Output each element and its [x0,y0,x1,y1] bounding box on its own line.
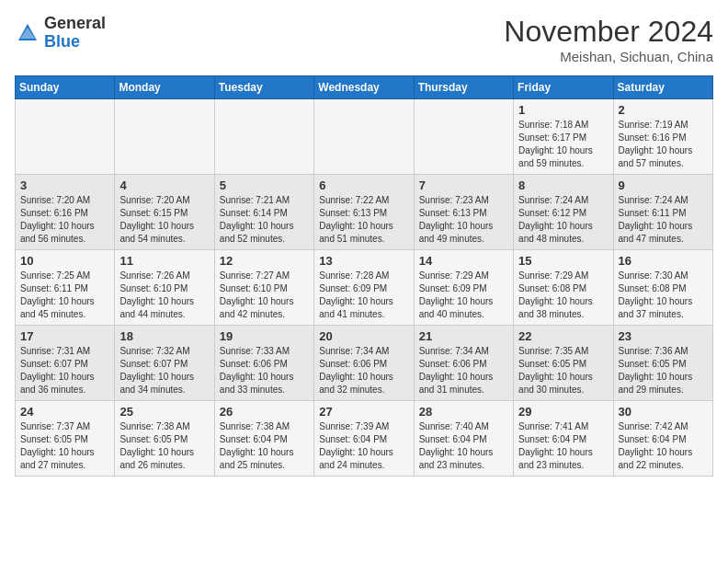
cell-week5-day4: 28Sunrise: 7:40 AM Sunset: 6:04 PM Dayli… [414,401,513,477]
cell-week4-day2: 19Sunrise: 7:33 AM Sunset: 6:06 PM Dayli… [214,326,313,401]
day-info: Sunrise: 7:20 AM Sunset: 6:16 PM Dayligh… [20,194,109,246]
day-info: Sunrise: 7:20 AM Sunset: 6:15 PM Dayligh… [119,194,209,246]
day-number: 14 [419,254,508,268]
week-row-1: 1Sunrise: 7:18 AM Sunset: 6:17 PM Daylig… [16,99,713,175]
logo: General Blue [15,15,106,52]
cell-week2-day5: 8Sunrise: 7:24 AM Sunset: 6:12 PM Daylig… [514,175,613,250]
day-number: 26 [220,405,309,419]
weekday-header-row: Sunday Monday Tuesday Wednesday Thursday… [16,76,713,99]
col-wednesday: Wednesday [314,76,414,99]
cell-week3-day5: 15Sunrise: 7:29 AM Sunset: 6:08 PM Dayli… [514,250,613,326]
day-number: 13 [319,254,408,268]
day-info: Sunrise: 7:37 AM Sunset: 6:05 PM Dayligh… [20,420,109,472]
cell-week2-day6: 9Sunrise: 7:24 AM Sunset: 6:11 PM Daylig… [613,175,712,250]
cell-week4-day3: 20Sunrise: 7:34 AM Sunset: 6:06 PM Dayli… [314,326,414,401]
day-number: 2 [619,103,708,117]
day-info: Sunrise: 7:28 AM Sunset: 6:09 PM Dayligh… [319,270,408,321]
day-info: Sunrise: 7:18 AM Sunset: 6:17 PM Dayligh… [518,119,608,170]
day-info: Sunrise: 7:23 AM Sunset: 6:13 PM Dayligh… [419,194,508,246]
title-block: November 2024 Meishan, Sichuan, China [504,15,713,64]
cell-week2-day2: 5Sunrise: 7:21 AM Sunset: 6:14 PM Daylig… [214,175,313,250]
day-info: Sunrise: 7:21 AM Sunset: 6:14 PM Dayligh… [220,194,309,246]
day-number: 12 [220,254,309,268]
week-row-3: 10Sunrise: 7:25 AM Sunset: 6:11 PM Dayli… [16,250,713,326]
cell-week5-day2: 26Sunrise: 7:38 AM Sunset: 6:04 PM Dayli… [214,401,313,477]
cell-week4-day0: 17Sunrise: 7:31 AM Sunset: 6:07 PM Dayli… [16,326,115,401]
location: Meishan, Sichuan, China [504,49,713,64]
day-number: 16 [619,254,708,268]
month-title: November 2024 [504,15,713,49]
day-number: 27 [319,405,408,419]
day-info: Sunrise: 7:42 AM Sunset: 6:04 PM Dayligh… [619,420,708,472]
day-number: 7 [419,178,508,192]
day-number: 1 [518,103,608,117]
day-info: Sunrise: 7:34 AM Sunset: 6:06 PM Dayligh… [319,345,408,396]
cell-week1-day3 [314,99,414,175]
day-info: Sunrise: 7:29 AM Sunset: 6:08 PM Dayligh… [518,270,608,321]
cell-week2-day1: 4Sunrise: 7:20 AM Sunset: 6:15 PM Daylig… [115,175,214,250]
day-info: Sunrise: 7:38 AM Sunset: 6:04 PM Dayligh… [220,420,309,472]
cell-week4-day5: 22Sunrise: 7:35 AM Sunset: 6:05 PM Dayli… [514,326,613,401]
cell-week3-day4: 14Sunrise: 7:29 AM Sunset: 6:09 PM Dayli… [414,250,513,326]
logo-icon [15,20,40,46]
day-info: Sunrise: 7:30 AM Sunset: 6:08 PM Dayligh… [619,270,708,321]
day-number: 24 [20,405,109,419]
day-info: Sunrise: 7:39 AM Sunset: 6:04 PM Dayligh… [319,420,408,472]
cell-week5-day0: 24Sunrise: 7:37 AM Sunset: 6:05 PM Dayli… [16,401,115,477]
day-number: 21 [419,329,508,343]
day-info: Sunrise: 7:27 AM Sunset: 6:10 PM Dayligh… [220,270,309,321]
svg-marker-1 [20,28,35,39]
day-info: Sunrise: 7:29 AM Sunset: 6:09 PM Dayligh… [419,270,508,321]
col-monday: Monday [115,76,214,99]
cell-week4-day4: 21Sunrise: 7:34 AM Sunset: 6:06 PM Dayli… [414,326,513,401]
cell-week2-day4: 7Sunrise: 7:23 AM Sunset: 6:13 PM Daylig… [414,175,513,250]
day-info: Sunrise: 7:38 AM Sunset: 6:05 PM Dayligh… [119,420,209,472]
cell-week1-day0 [16,99,115,175]
cell-week1-day6: 2Sunrise: 7:19 AM Sunset: 6:16 PM Daylig… [613,99,712,175]
cell-week5-day6: 30Sunrise: 7:42 AM Sunset: 6:04 PM Dayli… [613,401,712,477]
logo-text: General Blue [44,15,106,52]
col-friday: Friday [514,76,613,99]
calendar-header: Sunday Monday Tuesday Wednesday Thursday… [16,76,713,99]
day-info: Sunrise: 7:24 AM Sunset: 6:12 PM Dayligh… [518,194,608,246]
day-number: 8 [518,178,608,192]
day-number: 6 [319,178,408,192]
cell-week3-day3: 13Sunrise: 7:28 AM Sunset: 6:09 PM Dayli… [314,250,414,326]
day-info: Sunrise: 7:35 AM Sunset: 6:05 PM Dayligh… [518,345,608,396]
day-number: 11 [119,254,209,268]
week-row-5: 24Sunrise: 7:37 AM Sunset: 6:05 PM Dayli… [16,401,713,477]
day-number: 10 [20,254,109,268]
day-info: Sunrise: 7:40 AM Sunset: 6:04 PM Dayligh… [419,420,508,472]
day-number: 4 [119,178,209,192]
day-number: 9 [619,178,708,192]
day-info: Sunrise: 7:31 AM Sunset: 6:07 PM Dayligh… [20,345,109,396]
cell-week3-day2: 12Sunrise: 7:27 AM Sunset: 6:10 PM Dayli… [214,250,313,326]
day-number: 22 [518,329,608,343]
cell-week3-day6: 16Sunrise: 7:30 AM Sunset: 6:08 PM Dayli… [613,250,712,326]
day-info: Sunrise: 7:41 AM Sunset: 6:04 PM Dayligh… [518,420,608,472]
cell-week1-day4 [414,99,513,175]
day-info: Sunrise: 7:26 AM Sunset: 6:10 PM Dayligh… [119,270,209,321]
day-number: 29 [518,405,608,419]
cell-week5-day1: 25Sunrise: 7:38 AM Sunset: 6:05 PM Dayli… [115,401,214,477]
day-number: 18 [119,329,209,343]
cell-week1-day5: 1Sunrise: 7:18 AM Sunset: 6:17 PM Daylig… [514,99,613,175]
day-info: Sunrise: 7:36 AM Sunset: 6:05 PM Dayligh… [619,345,708,396]
page-header: General Blue November 2024 Meishan, Sich… [15,15,713,64]
cell-week2-day0: 3Sunrise: 7:20 AM Sunset: 6:16 PM Daylig… [16,175,115,250]
col-saturday: Saturday [613,76,712,99]
cell-week3-day0: 10Sunrise: 7:25 AM Sunset: 6:11 PM Dayli… [16,250,115,326]
day-info: Sunrise: 7:34 AM Sunset: 6:06 PM Dayligh… [419,345,508,396]
day-number: 28 [419,405,508,419]
col-thursday: Thursday [414,76,513,99]
day-number: 20 [319,329,408,343]
col-sunday: Sunday [16,76,115,99]
day-number: 3 [20,178,109,192]
day-number: 30 [619,405,708,419]
day-info: Sunrise: 7:24 AM Sunset: 6:11 PM Dayligh… [619,194,708,246]
col-tuesday: Tuesday [214,76,313,99]
cell-week5-day3: 27Sunrise: 7:39 AM Sunset: 6:04 PM Dayli… [314,401,414,477]
day-info: Sunrise: 7:33 AM Sunset: 6:06 PM Dayligh… [220,345,309,396]
cell-week1-day1 [115,99,214,175]
cell-week2-day3: 6Sunrise: 7:22 AM Sunset: 6:13 PM Daylig… [314,175,414,250]
